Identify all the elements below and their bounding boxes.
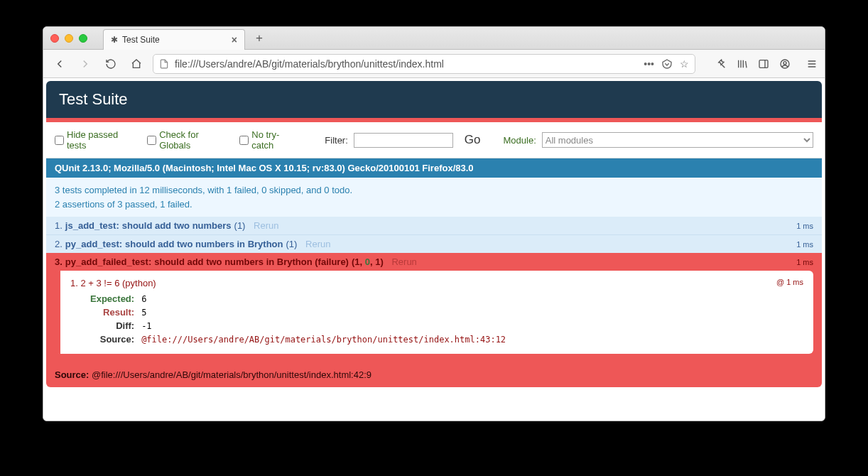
svg-point-2	[783, 61, 786, 64]
rerun-link[interactable]: Rerun	[391, 256, 416, 267]
page-actions-icon[interactable]: •••	[644, 58, 654, 70]
browser-toolbar: file:///Users/andre/AB/git/materials/bry…	[43, 50, 825, 78]
result-value: 5	[141, 306, 506, 318]
assertion-at: @ 1 ms	[776, 278, 803, 288]
reload-button[interactable]	[102, 55, 120, 73]
filter-label: Filter:	[325, 135, 348, 146]
expected-label: Expected:	[72, 293, 140, 305]
url-bar[interactable]: file:///Users/andre/AB/git/materials/bry…	[153, 54, 695, 74]
module-label: Module:	[504, 135, 536, 146]
rerun-link[interactable]: Rerun	[305, 239, 330, 249]
filter-input[interactable]	[354, 133, 453, 148]
assertion-diff-table: Expected: 6 Result: 5 Diff: -1 Source: @…	[70, 291, 507, 347]
summary-line-1: 3 tests completed in 12 milliseconds, wi…	[55, 185, 352, 195]
test-row-passed[interactable]: 2. py_add_test: should add two numbers i…	[46, 234, 822, 253]
file-protocol-icon	[159, 59, 169, 69]
tab-title: Test Suite	[122, 35, 160, 45]
forward-button[interactable]	[76, 55, 94, 73]
diff-label: Diff:	[72, 320, 140, 332]
result-label: Result:	[72, 306, 140, 318]
tab-strip: ✱ Test Suite × +	[43, 27, 825, 50]
qunit-useragent: QUnit 2.13.0; Mozilla/5.0 (Macintosh; In…	[46, 158, 822, 178]
account-icon[interactable]	[779, 58, 791, 70]
browser-tab[interactable]: ✱ Test Suite ×	[103, 29, 245, 50]
hide-passed-label[interactable]: Hide passed tests	[67, 129, 137, 151]
expected-value: 6	[141, 293, 506, 305]
check-globals-checkbox[interactable]	[147, 136, 156, 145]
devtools-icon[interactable]	[715, 58, 727, 70]
back-button[interactable]	[50, 55, 69, 73]
go-button[interactable]: Go	[465, 133, 481, 147]
menu-icon[interactable]	[806, 58, 818, 70]
minimize-window-button[interactable]	[65, 34, 73, 43]
window-controls	[50, 34, 87, 43]
sidebar-icon[interactable]	[758, 58, 769, 70]
pocket-icon[interactable]	[661, 58, 673, 70]
qunit-header: Test Suite	[46, 81, 822, 118]
svg-rect-0	[759, 60, 768, 67]
test-row-passed[interactable]: 1. js_add_test: should add two numbers (…	[46, 217, 822, 234]
page-content: Test Suite Hide passed tests Check for G…	[43, 78, 825, 421]
source-label: Source:	[72, 333, 140, 345]
zoom-window-button[interactable]	[79, 34, 87, 43]
test-row-failed[interactable]: 3. py_add_failed_test: should add two nu…	[46, 253, 822, 271]
home-button[interactable]	[127, 55, 146, 73]
source-value: @file:///Users/andre/AB/git/materials/br…	[141, 333, 506, 345]
close-tab-button[interactable]: ×	[232, 34, 237, 45]
diff-value: -1	[141, 320, 506, 332]
tab-favicon-gear-icon: ✱	[111, 35, 118, 45]
summary-line-2: 2 assertions of 3 passed, 1 failed.	[55, 199, 192, 210]
assertion-message: 2 + 3 != 6 (python)	[80, 278, 156, 288]
no-trycatch-checkbox[interactable]	[239, 136, 249, 145]
hide-passed-checkbox[interactable]	[55, 136, 64, 145]
library-icon[interactable]	[737, 58, 748, 70]
failed-test-source: Source: @file:///Users/andre/AB/git/mate…	[46, 362, 822, 387]
check-globals-label[interactable]: Check for Globals	[159, 129, 229, 151]
new-tab-button[interactable]: +	[249, 28, 269, 48]
browser-window: ✱ Test Suite × + file:///Users/andre/AB/…	[43, 26, 825, 421]
failed-test-body: 1. 2 + 3 != 6 (python) @ 1 ms Expected: …	[46, 271, 822, 362]
qunit-summary: 3 tests completed in 12 milliseconds, wi…	[46, 178, 822, 217]
test-time: 1 ms	[796, 258, 813, 266]
url-text: file:///Users/andre/AB/git/materials/bry…	[175, 58, 444, 70]
test-time: 1 ms	[796, 222, 813, 230]
close-window-button[interactable]	[50, 34, 59, 43]
qunit-toolbar: Hide passed tests Check for Globals No t…	[46, 122, 822, 158]
module-select[interactable]: All modules	[542, 132, 813, 148]
no-trycatch-label[interactable]: No try-catch	[251, 129, 299, 151]
rerun-link[interactable]: Rerun	[254, 220, 278, 231]
test-time: 1 ms	[796, 240, 813, 249]
toolbar-right	[715, 58, 818, 70]
bookmark-star-icon[interactable]: ☆	[680, 58, 689, 70]
